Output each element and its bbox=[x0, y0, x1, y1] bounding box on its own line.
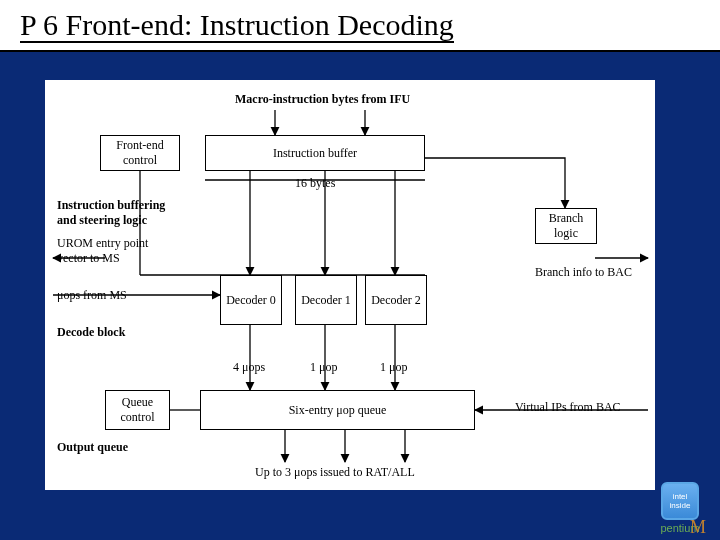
block-decoder-1: Decoder 1 bbox=[295, 275, 357, 325]
block-frontend-control: Front-end control bbox=[100, 135, 180, 171]
intel-pentium-logo: intel inside pentium M bbox=[652, 482, 708, 534]
block-decoder-0: Decoder 0 bbox=[220, 275, 282, 325]
slide-title-text: P 6 Front-end: Instruction Decoding bbox=[20, 8, 454, 43]
slide-title: P 6 Front-end: Instruction Decoding bbox=[0, 0, 720, 52]
label-output-queue-section: Output queue bbox=[57, 440, 128, 455]
block-branch-logic: Branch logic bbox=[535, 208, 597, 244]
block-decoder-2: Decoder 2 bbox=[365, 275, 427, 325]
label-issued-rat: Up to 3 μops issued to RAT/ALL bbox=[255, 465, 415, 480]
intel-inside-icon: intel inside bbox=[661, 482, 699, 520]
label-branch-info-bac: Branch info to BAC bbox=[535, 265, 632, 280]
decoding-diagram: Macro-instruction bytes from IFU Front-e… bbox=[45, 80, 655, 490]
label-1-uop-a: 1 μop bbox=[310, 360, 337, 375]
label-decode-section: Decode block bbox=[57, 325, 125, 340]
block-six-entry-queue: Six-entry μop queue bbox=[200, 390, 475, 430]
label-4-uops: 4 μops bbox=[233, 360, 265, 375]
label-uops-from-ms: μops from MS bbox=[57, 288, 127, 303]
label-urom-vector: UROM entry point vector to MS bbox=[57, 236, 172, 266]
slide-mark: M bbox=[690, 517, 706, 538]
label-16-bytes: 16 bytes bbox=[295, 176, 335, 191]
label-steering-section: Instruction buffering and steering logic bbox=[57, 198, 187, 228]
label-1-uop-b: 1 μop bbox=[380, 360, 407, 375]
block-queue-control: Queue control bbox=[105, 390, 170, 430]
block-instruction-buffer: Instruction buffer bbox=[205, 135, 425, 171]
label-virtual-ips: Virtual IPs from BAC bbox=[515, 400, 621, 415]
label-ifu-in: Macro-instruction bytes from IFU bbox=[235, 92, 410, 107]
